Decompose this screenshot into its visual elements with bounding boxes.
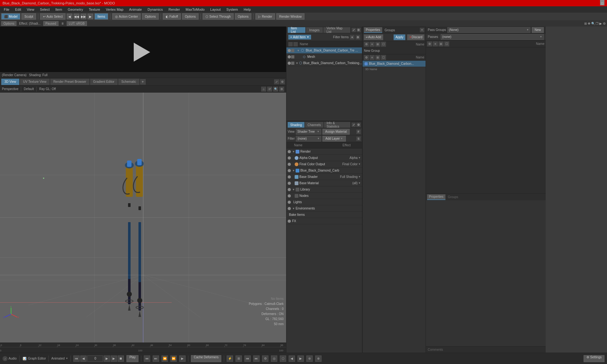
auto-select-button[interactable]: ↩ Auto Select xyxy=(40,13,65,20)
shader-item-nodes[interactable]: Nodes xyxy=(286,193,362,199)
vp-zoom-icon[interactable]: 🔍 xyxy=(273,87,278,92)
tb-icon-1[interactable]: ◀ xyxy=(67,14,72,19)
prop-icon-3[interactable]: ⊞ xyxy=(375,42,380,47)
alpha-effect-chevron[interactable]: ▼ xyxy=(358,156,361,159)
mode-sculpt-button[interactable]: Sculpt xyxy=(21,13,36,20)
lock-icon[interactable] xyxy=(293,42,298,46)
menu-render[interactable]: Render xyxy=(166,7,182,12)
grp-icon-2[interactable]: ≡ xyxy=(370,55,375,60)
menu-texture[interactable]: Texture xyxy=(86,7,103,12)
tab-uv-texture[interactable]: UV Texture View xyxy=(20,79,50,85)
discard-button[interactable]: ✕ Discard xyxy=(407,34,424,40)
auto-add-button[interactable]: ↩ Auto Add xyxy=(364,34,383,40)
menu-view[interactable]: View xyxy=(24,7,37,12)
shader-item-base-shader[interactable]: Base Shader Full Shading ▼ xyxy=(286,174,362,180)
play-label-button[interactable]: Play xyxy=(126,355,138,362)
animated-dropdown[interactable]: Animated ▼ xyxy=(51,357,68,360)
shader-item-base-material[interactable]: Base Material (all) ▼ xyxy=(286,180,362,186)
bm-effect-chevron[interactable]: ▼ xyxy=(358,182,361,185)
add-viewport-tab-button[interactable]: + xyxy=(140,79,146,85)
menu-select[interactable]: Select xyxy=(37,7,52,12)
audio-button[interactable]: ♪ Audio xyxy=(3,356,17,361)
shading-label[interactable]: Shading: Full xyxy=(29,73,47,77)
tab-info-stats[interactable]: Info & Statistics xyxy=(324,122,350,128)
tab-item-list[interactable]: Item List xyxy=(288,27,305,33)
transport-5[interactable]: ▶ xyxy=(179,355,186,362)
add-layer-button[interactable]: Add Layer ▼ xyxy=(322,136,346,142)
sb-icon-11[interactable]: ⊕ xyxy=(315,355,322,362)
filter-settings-icon[interactable]: ⚙ xyxy=(356,35,360,39)
sb-icon-4[interactable]: ⏭ xyxy=(253,355,260,362)
tab-3d-view[interactable]: 3D View xyxy=(1,79,19,85)
vp-home-icon[interactable]: ⌂ xyxy=(261,87,266,92)
menu-item[interactable]: Item xyxy=(53,7,64,12)
shader-item-library[interactable]: ▼ Library xyxy=(286,186,362,193)
shader-item-environments[interactable]: ▼ Environments xyxy=(286,205,362,212)
play-preview-button[interactable] xyxy=(134,43,153,62)
grp-icon-3[interactable]: ⊞ xyxy=(375,55,380,60)
lut-badge[interactable]: LUT: sRGB xyxy=(67,21,87,26)
tab-render-preset[interactable]: Render Preset Browser xyxy=(50,79,89,85)
transport-4[interactable]: ⏩ xyxy=(170,355,177,362)
bs-effect-chevron[interactable]: ▼ xyxy=(358,175,361,178)
item-list-expand-icon[interactable]: ⤢ xyxy=(352,28,356,32)
transport-2[interactable]: ⏭ xyxy=(153,355,159,362)
vp-reset-icon[interactable]: ↺ xyxy=(267,87,272,92)
tab-shading[interactable]: Shading xyxy=(288,122,304,128)
options-1-button[interactable]: Options xyxy=(142,13,158,20)
list-item[interactable]: ◇ Mesh xyxy=(286,54,362,60)
shading-content[interactable]: ▼ Render Alpha Output Alpha ▼ xyxy=(286,149,362,353)
options-3-button[interactable]: Options xyxy=(235,13,251,20)
prop-icon-4[interactable]: ☐ xyxy=(381,42,386,47)
render-button[interactable]: ▷ Render xyxy=(255,13,275,20)
sb-icon-5[interactable]: ⚙ xyxy=(262,355,268,362)
cache-deformers-button[interactable]: Cache Deformers xyxy=(191,355,221,362)
shader-item-bbd[interactable]: ▼ Blue_Black_Diamond_Carb xyxy=(286,167,362,174)
shading-expand-icon[interactable]: ⤢ xyxy=(352,123,356,127)
shader-item-fx[interactable]: FX xyxy=(286,218,362,224)
new-group-button[interactable]: New xyxy=(532,27,544,33)
prop-icon-2[interactable]: ≡ xyxy=(370,42,375,47)
menu-geometry[interactable]: Geometry xyxy=(65,7,85,12)
sb-icon-7[interactable]: ⬡ xyxy=(280,355,286,362)
transport-1[interactable]: ⏮ xyxy=(144,355,150,362)
menu-edit[interactable]: Edit xyxy=(13,7,24,12)
default-label[interactable]: Default xyxy=(24,87,34,91)
tb-icon-2[interactable]: ◀◀ xyxy=(74,14,79,19)
pg-icon-1[interactable]: ⚙ xyxy=(427,41,432,46)
paused-badge[interactable]: Paused xyxy=(43,21,58,26)
maximize-button[interactable]: □ xyxy=(600,1,604,5)
tab-vertex-map-list[interactable]: Vertex Map List xyxy=(323,27,351,33)
vp-tab-expand-icon[interactable]: ⤢ xyxy=(274,79,279,84)
menu-layout[interactable]: Layout xyxy=(208,7,223,12)
tb-icon-4[interactable]: ▶ xyxy=(88,14,93,19)
menu-vertex-map[interactable]: Vertex Map xyxy=(103,7,126,12)
apply-button[interactable]: Apply xyxy=(394,34,405,40)
menu-animate[interactable]: Animate xyxy=(126,7,144,12)
pg-tab-groups[interactable]: Groups xyxy=(446,194,460,200)
viewport-3d[interactable]: No Items Polygons : Catmull-Clark Channe… xyxy=(0,93,286,343)
grp-icon-4[interactable]: ☐ xyxy=(381,55,386,60)
sb-icon-6[interactable]: ◎ xyxy=(271,355,277,362)
passes-dropdown[interactable]: (none) ▼ xyxy=(441,34,544,40)
menu-file[interactable]: File xyxy=(1,7,12,12)
tab-schematic[interactable]: Schematic xyxy=(118,79,139,85)
render-camera-label[interactable]: (Render Camera) xyxy=(2,73,27,77)
list-item[interactable]: ▼ ⬡ Blue_Black_Diamond_Carbon_Trekking..… xyxy=(286,60,362,66)
menu-system[interactable]: System xyxy=(224,7,241,12)
pg-icon-4[interactable]: ☐ xyxy=(444,41,449,46)
tb-icon-3[interactable]: ▶▶ xyxy=(81,14,86,19)
next-frame-button[interactable]: ▶ xyxy=(104,355,110,362)
visibility-icon[interactable] xyxy=(288,42,293,46)
tab-channels[interactable]: Channels xyxy=(305,122,323,128)
stop-button[interactable]: ⏹ xyxy=(118,355,124,362)
pg-icon-3[interactable]: ⊞ xyxy=(438,41,444,46)
shader-item-lights[interactable]: Lights xyxy=(286,199,362,205)
menu-help[interactable]: Help xyxy=(241,7,254,12)
shader-item-render[interactable]: ▼ Render xyxy=(286,149,362,155)
shader-item-alpha[interactable]: Alpha Output Alpha ▼ xyxy=(286,155,362,161)
item-list-settings-icon[interactable]: ⚙ xyxy=(357,28,361,32)
frame-input[interactable] xyxy=(87,355,103,362)
ray-gl-label[interactable]: Ray GL: Off xyxy=(39,87,56,91)
settings-button[interactable]: ⚙ Settings xyxy=(584,355,604,362)
